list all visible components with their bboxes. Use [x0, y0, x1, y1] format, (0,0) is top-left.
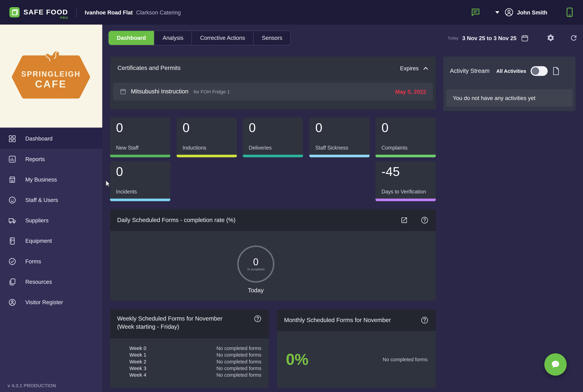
weekly-forms-title-line1: Weekly Scheduled Forms for November — [117, 314, 223, 323]
sidebar-item-visitor-register[interactable]: Visitor Register — [0, 292, 102, 312]
cafe-name-line2: CAFE — [11, 78, 90, 90]
certificates-title: Certificates and Permits — [117, 65, 181, 71]
activity-stream-title: Activity Stream — [450, 68, 490, 74]
face-icon — [8, 196, 16, 204]
stat-label: Days to Verification — [382, 188, 426, 194]
certificates-sort[interactable]: Expires — [400, 65, 428, 71]
stat-card-days-to-verification[interactable]: -45 Days to Verification — [376, 162, 436, 201]
help-icon[interactable] — [421, 216, 429, 224]
sidebar-item-label: Staff & Users — [25, 197, 58, 203]
sidebar-item-label: Suppliers — [25, 217, 49, 224]
stat-card-inductions[interactable]: 0 Inductions — [176, 118, 237, 158]
chevron-up-icon — [423, 66, 428, 70]
certificates-card: Certificates and Permits Expires Mitsubu… — [110, 56, 436, 109]
sidebar-item-suppliers[interactable]: Suppliers — [0, 210, 102, 230]
sidebar-item-label: Resources — [25, 278, 52, 285]
stat-card-deliveries[interactable]: 0 Deliveries — [243, 118, 303, 158]
tab-corrective-actions[interactable]: Corrective Actions — [192, 31, 254, 45]
week-status: No completed forms — [216, 352, 261, 358]
support-chat-button[interactable] — [545, 354, 567, 376]
date-range-text[interactable]: 3 Nov 25 to 3 Nov 25 — [462, 35, 517, 41]
caret-down-icon[interactable] — [496, 11, 500, 14]
gear-icon[interactable] — [547, 34, 555, 42]
stat-label: Incidents — [116, 188, 137, 194]
copy-pages-icon — [8, 278, 16, 286]
topbar: SAFE FOOD PRO Ivanhoe Road Flat Clarkson… — [0, 0, 583, 24]
week-status: No completed forms — [216, 345, 261, 352]
export-file-icon[interactable] — [552, 66, 560, 75]
user-name: John Smith — [517, 9, 548, 16]
main-tabbar: Dashboard Analysis Corrective Actions Se… — [108, 30, 291, 45]
activity-stream-panel: Activity Stream All Activities You do no… — [443, 56, 576, 111]
stat-label: New Staff — [116, 144, 138, 150]
monthly-status: No completed forms — [383, 356, 428, 362]
stat-value: 0 — [182, 120, 189, 135]
certificate-context: for FOH Fridge 1 — [193, 89, 230, 94]
calendar-icon[interactable] — [521, 34, 529, 42]
refresh-icon[interactable] — [570, 34, 578, 42]
weekly-forms-table: Week 0 No completed forms Week 1 No comp… — [129, 345, 261, 379]
tab-analysis[interactable]: Analysis — [154, 31, 192, 45]
stat-label: Complaints — [382, 144, 408, 150]
chat-bubble-icon — [550, 359, 561, 370]
stat-value: 0 — [315, 120, 322, 135]
dashboard-grid-icon — [8, 134, 16, 142]
stat-label: Staff Sickness — [315, 144, 348, 150]
sidebar-item-label: Dashboard — [25, 136, 52, 142]
stat-value: 0 — [116, 120, 123, 135]
certificate-expiry-date: May 5, 2022 — [395, 88, 426, 94]
sidebar-item-equipment[interactable]: Equipment — [0, 230, 102, 251]
gauge-value: 0 — [253, 257, 258, 266]
stat-accent-bar — [110, 198, 170, 201]
sidebar-item-forms[interactable]: Forms — [0, 251, 102, 272]
external-link-icon[interactable] — [401, 216, 408, 224]
weekly-forms-title-line2: (Week starting - Friday) — [117, 323, 223, 331]
stat-value: -45 — [382, 164, 400, 179]
stat-accent-bar — [376, 155, 436, 157]
fridge-icon — [8, 237, 16, 245]
stat-card-incidents[interactable]: 0 Incidents — [110, 162, 170, 201]
stat-accent-bar — [110, 155, 170, 157]
weekly-row: Week 0 No completed forms — [129, 345, 261, 352]
week-status: No completed forms — [216, 372, 261, 378]
stat-card-new-staff[interactable]: 0 New Staff — [110, 118, 170, 158]
sidebar-item-my-business[interactable]: My Business — [0, 169, 102, 190]
stat-card-complaints[interactable]: 0 Complaints — [376, 118, 436, 158]
monthly-completion-value: 0% — [286, 350, 309, 368]
user-menu[interactable]: John Smith — [505, 8, 547, 17]
stat-card-staff-sickness[interactable]: 0 Staff Sickness — [309, 118, 370, 158]
location-breadcrumb: Ivanhoe Road Flat Clarkson Catering — [85, 9, 181, 16]
user-icon — [505, 8, 514, 17]
toggle-knob — [532, 68, 539, 75]
tab-sensors[interactable]: Sensors — [254, 31, 290, 45]
sidebar-item-reports[interactable]: Reports — [0, 149, 102, 169]
tab-dashboard[interactable]: Dashboard — [108, 31, 154, 45]
week-label: Week 2 — [129, 358, 146, 365]
sidebar-item-dashboard[interactable]: Dashboard — [0, 128, 102, 149]
weekly-row: Week 2 No completed forms — [129, 358, 261, 365]
help-icon[interactable] — [254, 314, 262, 323]
person-circle-icon — [8, 298, 16, 306]
sidebar-item-resources[interactable]: Resources — [0, 272, 102, 292]
sidebar-item-label: Forms — [25, 258, 41, 264]
app-version: v 4.3.1 PRODUCTION — [7, 383, 56, 388]
help-icon[interactable] — [421, 316, 429, 324]
chat-icon[interactable] — [471, 8, 481, 17]
sidebar-item-staff-users[interactable]: Staff & Users — [0, 190, 102, 210]
week-label: Week 4 — [129, 372, 146, 378]
week-status: No completed forms — [216, 365, 261, 372]
week-status: No completed forms — [216, 358, 261, 365]
location-secondary: Clarkson Catering — [136, 9, 181, 16]
mouse-cursor — [106, 180, 111, 188]
mobile-device-icon[interactable] — [565, 8, 574, 17]
check-circle-icon — [8, 257, 16, 266]
daily-forms-title: Daily Scheduled Forms - completion rate … — [117, 217, 236, 224]
stat-accent-bar — [376, 198, 436, 201]
sort-label: Expires — [400, 65, 419, 71]
safefood-logo-icon — [9, 7, 20, 18]
activity-stream-toggle[interactable] — [531, 66, 548, 76]
location-primary: Ivanhoe Road Flat — [85, 9, 133, 16]
certificate-row[interactable]: Mitsubushi Instruction for FOH Fridge 1 … — [113, 82, 433, 100]
stat-accent-bar — [243, 155, 303, 157]
certificate-calendar-icon — [120, 88, 126, 95]
